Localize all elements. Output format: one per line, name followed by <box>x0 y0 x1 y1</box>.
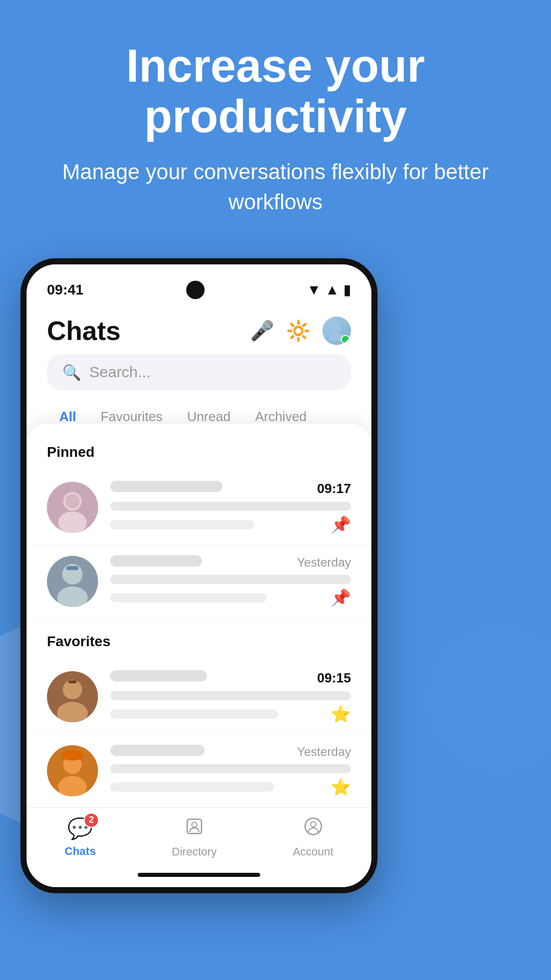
directory-icon <box>184 816 205 841</box>
avatar-fav-1 <box>47 671 98 722</box>
status-time: 09:41 <box>47 282 84 298</box>
chat-preview-short-2 <box>110 593 267 602</box>
svg-rect-13 <box>68 680 77 683</box>
chat-preview-fav-2 <box>110 764 351 773</box>
account-icon <box>303 816 323 841</box>
notification-icon[interactable]: 🔆 <box>286 320 310 342</box>
chat-name-bar <box>110 481 222 492</box>
hero-title: Increase your productivity <box>31 41 520 142</box>
chat-item-pinned-1[interactable]: 09:17 📌 <box>27 471 371 545</box>
pinned-section-label: Pinned <box>27 444 371 471</box>
bottom-nav: 💬 2 Chats Directory <box>27 807 371 869</box>
pin-icon-1: 📌 <box>331 515 351 534</box>
signal-icon: ▲ <box>325 282 339 298</box>
phone-front: 09:41 ▼ ▲ ▮ Chats 🎤 🔆 <box>20 258 378 893</box>
chat-preview-fav-1 <box>110 691 351 700</box>
svg-point-1 <box>330 333 344 341</box>
svg-rect-9 <box>66 566 79 570</box>
app-header-icons: 🎤 🔆 <box>250 316 351 345</box>
chat-card: Pinned 09:17 <box>27 424 371 887</box>
svg-point-21 <box>311 822 316 827</box>
chat-item-fav-1[interactable]: 09:15 ⭐ <box>27 660 371 734</box>
search-bar[interactable]: 🔍 Search... <box>47 354 351 390</box>
chat-meta-fav-1: 09:15 <box>110 670 351 686</box>
chats-badge: 2 <box>84 813 99 828</box>
chats-label: Chats <box>65 845 96 858</box>
hero-subtitle: Manage your conversations flexibly for b… <box>31 157 520 217</box>
avatar-pinned-2 <box>47 556 98 607</box>
svg-point-0 <box>333 325 341 333</box>
user-avatar[interactable] <box>322 316 351 345</box>
chat-time-pinned-2: Yesterday <box>297 555 351 570</box>
phone-wrapper: 09:41 ▼ ▲ ▮ Chats 🎤 🔆 <box>0 258 398 893</box>
chat-name-bar-2 <box>110 555 202 567</box>
chat-item-fav-2[interactable]: Yesterday ⭐ <box>27 734 371 807</box>
camera-notch <box>186 281 205 299</box>
chat-name-bar-fav-1 <box>110 670 207 681</box>
home-indicator <box>138 873 260 877</box>
svg-point-17 <box>61 750 84 761</box>
status-icons: ▼ ▲ ▮ <box>307 281 351 298</box>
pin-icon-2: 📌 <box>331 588 351 607</box>
avatar-pinned-1 <box>47 482 98 533</box>
chat-info-pinned-2: Yesterday 📌 <box>110 555 351 607</box>
search-placeholder: Search... <box>89 363 151 381</box>
nav-item-chats[interactable]: 💬 2 Chats <box>65 817 96 858</box>
microphone-icon[interactable]: 🎤 <box>250 320 274 342</box>
svg-point-4 <box>58 511 87 533</box>
avatar-fav-2 <box>47 745 98 796</box>
chat-preview-short-fav-2 <box>110 782 274 792</box>
status-bar: 09:41 ▼ ▲ ▮ <box>27 264 371 305</box>
favorites-section-label: Favorites <box>27 618 371 660</box>
svg-point-19 <box>192 822 197 827</box>
app-header: Chats 🎤 🔆 <box>27 305 371 354</box>
chats-icon: 💬 2 <box>67 817 93 841</box>
chat-meta-pinned-2: Yesterday <box>110 555 351 570</box>
star-icon-1: ⭐ <box>331 704 351 724</box>
chat-preview-2 <box>110 575 351 584</box>
hero-section: Increase your productivity Manage your c… <box>0 0 551 238</box>
page-container: Increase your productivity Manage your c… <box>0 0 551 980</box>
chat-time-fav-2: Yesterday <box>297 745 351 759</box>
chat-meta-fav-2: Yesterday <box>110 745 351 759</box>
chat-preview-short-1 <box>110 520 255 529</box>
svg-point-5 <box>65 494 80 508</box>
chat-time-pinned-1: 09:17 <box>317 481 352 497</box>
chat-time-fav-1: 09:15 <box>317 670 352 686</box>
account-label: Account <box>293 845 334 859</box>
chat-preview-short-fav-1 <box>110 709 279 719</box>
wifi-icon: ▼ <box>307 282 321 298</box>
chat-info-fav-2: Yesterday ⭐ <box>110 745 351 797</box>
chat-name-bar-fav-2 <box>110 745 205 756</box>
chat-item-pinned-2[interactable]: Yesterday 📌 <box>27 545 371 618</box>
app-title: Chats <box>47 315 120 346</box>
chat-preview-1 <box>110 502 351 511</box>
nav-item-account[interactable]: Account <box>293 816 334 859</box>
chat-info-fav-1: 09:15 ⭐ <box>110 670 351 724</box>
search-icon: 🔍 <box>62 363 81 381</box>
deco-circle-2 <box>423 623 551 776</box>
chat-meta-pinned-1: 09:17 <box>110 481 351 497</box>
star-icon-2: ⭐ <box>331 777 351 797</box>
battery-icon: ▮ <box>343 281 351 298</box>
chat-info-pinned-1: 09:17 📌 <box>110 481 351 534</box>
nav-item-directory[interactable]: Directory <box>172 816 217 859</box>
directory-label: Directory <box>172 845 217 859</box>
